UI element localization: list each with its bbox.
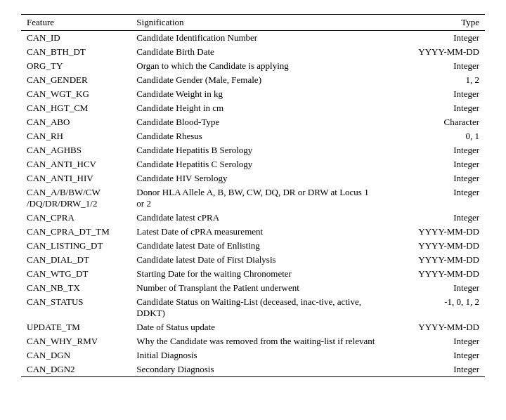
- cell-feature: CAN_WHY_RMV: [21, 334, 131, 348]
- cell-feature: CAN_RH: [21, 129, 131, 143]
- table-row: CAN_NB_TXNumber of Transplant the Patien…: [21, 281, 485, 295]
- cell-signification: Candidate Gender (Male, Female): [131, 73, 382, 87]
- table-row: CAN_GENDERCandidate Gender (Male, Female…: [21, 73, 485, 87]
- header-signification: Signification: [131, 15, 382, 31]
- table-row: CAN_LISTING_DTCandidate latest Date of E…: [21, 239, 485, 253]
- cell-feature: CAN_BTH_DT: [21, 45, 131, 59]
- cell-feature: CAN_NB_TX: [21, 281, 131, 295]
- cell-type: Integer: [382, 171, 485, 185]
- cell-feature: CAN_ABO: [21, 115, 131, 129]
- cell-signification: Initial Diagnosis: [131, 348, 382, 362]
- cell-signification: Date of Status update: [131, 320, 382, 334]
- cell-feature: CAN_ANTI_HCV: [21, 157, 131, 171]
- cell-signification: Candidate Identification Number: [131, 31, 382, 46]
- cell-type: YYYY-MM-DD: [382, 225, 485, 239]
- table-row: CAN_A/B/BW/CW /DQ/DR/DRW_1/2Donor HLA Al…: [21, 185, 485, 211]
- cell-type: Integer: [382, 362, 485, 377]
- cell-type: 0, 1: [382, 129, 485, 143]
- table-row: CAN_DGNInitial DiagnosisInteger: [21, 348, 485, 362]
- cell-feature: CAN_GENDER: [21, 73, 131, 87]
- cell-feature: CAN_DIAL_DT: [21, 253, 131, 267]
- cell-feature: CAN_LISTING_DT: [21, 239, 131, 253]
- cell-signification: Candidate Birth Date: [131, 45, 382, 59]
- table-row: CAN_WHY_RMVWhy the Candidate was removed…: [21, 334, 485, 348]
- cell-signification: Donor HLA Allele A, B, BW, CW, DQ, DR or…: [131, 185, 382, 211]
- table-row: CAN_IDCandidate Identification NumberInt…: [21, 31, 485, 46]
- cell-feature: CAN_AGHBS: [21, 143, 131, 157]
- cell-type: Integer: [382, 185, 485, 211]
- table-row: CAN_DGN2Secondary DiagnosisInteger: [21, 362, 485, 377]
- cell-type: Integer: [382, 101, 485, 115]
- cell-signification: Latest Date of cPRA measurement: [131, 225, 382, 239]
- cell-type: Integer: [382, 143, 485, 157]
- cell-type: Character: [382, 115, 485, 129]
- cell-type: YYYY-MM-DD: [382, 239, 485, 253]
- cell-type: YYYY-MM-DD: [382, 45, 485, 59]
- cell-type: Integer: [382, 87, 485, 101]
- table-row: CAN_RHCandidate Rhesus0, 1: [21, 129, 485, 143]
- cell-feature: CAN_DGN: [21, 348, 131, 362]
- table-row: CAN_ABOCandidate Blood-TypeCharacter: [21, 115, 485, 129]
- cell-signification: Organ to which the Candidate is applying: [131, 59, 382, 73]
- cell-feature: CAN_ANTI_HIV: [21, 171, 131, 185]
- cell-feature: UPDATE_TM: [21, 320, 131, 334]
- cell-type: 1, 2: [382, 73, 485, 87]
- cell-signification: Secondary Diagnosis: [131, 362, 382, 377]
- table-row: CAN_CPRA_DT_TMLatest Date of cPRA measur…: [21, 225, 485, 239]
- cell-signification: Candidate latest Date of Enlisting: [131, 239, 382, 253]
- cell-signification: Candidate Blood-Type: [131, 115, 382, 129]
- cell-feature: CAN_A/B/BW/CW /DQ/DR/DRW_1/2: [21, 185, 131, 211]
- cell-type: Integer: [382, 211, 485, 225]
- cell-type: -1, 0, 1, 2: [382, 295, 485, 320]
- table-row: CAN_STATUSCandidate Status on Waiting-Li…: [21, 295, 485, 320]
- cell-signification: Starting Date for the waiting Chronomete…: [131, 267, 382, 281]
- cell-type: YYYY-MM-DD: [382, 267, 485, 281]
- table-row: CAN_BTH_DTCandidate Birth DateYYYY-MM-DD: [21, 45, 485, 59]
- header-feature: Feature: [21, 15, 131, 31]
- header-type: Type: [382, 15, 485, 31]
- cell-signification: Candidate Weight in kg: [131, 87, 382, 101]
- table-row: CAN_HGT_CMCandidate Height in cmInteger: [21, 101, 485, 115]
- cell-feature: CAN_ID: [21, 31, 131, 46]
- table-row: CAN_ANTI_HIVCandidate HIV SerologyIntege…: [21, 171, 485, 185]
- cell-signification: Candidate Hepatitis B Serology: [131, 143, 382, 157]
- cell-type: YYYY-MM-DD: [382, 253, 485, 267]
- cell-type: Integer: [382, 59, 485, 73]
- cell-signification: Candidate Rhesus: [131, 129, 382, 143]
- cell-signification: Candidate latest cPRA: [131, 211, 382, 225]
- cell-signification: Candidate latest Date of First Dialysis: [131, 253, 382, 267]
- table-row: UPDATE_TMDate of Status updateYYYY-MM-DD: [21, 320, 485, 334]
- cell-feature: CAN_STATUS: [21, 295, 131, 320]
- table-row: CAN_CPRACandidate latest cPRAInteger: [21, 211, 485, 225]
- table-row: CAN_ANTI_HCVCandidate Hepatitis C Serolo…: [21, 157, 485, 171]
- cell-type: Integer: [382, 157, 485, 171]
- cell-feature: CAN_DGN2: [21, 362, 131, 377]
- table-row: ORG_TYOrgan to which the Candidate is ap…: [21, 59, 485, 73]
- cell-feature: CAN_CPRA: [21, 211, 131, 225]
- features-table: Feature Signification Type CAN_IDCandida…: [21, 14, 485, 377]
- cell-feature: CAN_HGT_CM: [21, 101, 131, 115]
- cell-signification: Why the Candidate was removed from the w…: [131, 334, 382, 348]
- cell-signification: Candidate Height in cm: [131, 101, 382, 115]
- cell-signification: Candidate Hepatitis C Serology: [131, 157, 382, 171]
- table-row: CAN_AGHBSCandidate Hepatitis B SerologyI…: [21, 143, 485, 157]
- table-row: CAN_DIAL_DTCandidate latest Date of Firs…: [21, 253, 485, 267]
- cell-type: Integer: [382, 281, 485, 295]
- table-row: CAN_WGT_KGCandidate Weight in kgInteger: [21, 87, 485, 101]
- cell-type: Integer: [382, 31, 485, 46]
- cell-feature: CAN_WGT_KG: [21, 87, 131, 101]
- cell-type: YYYY-MM-DD: [382, 320, 485, 334]
- table-row: CAN_WTG_DTStarting Date for the waiting …: [21, 267, 485, 281]
- cell-signification: Candidate HIV Serology: [131, 171, 382, 185]
- cell-feature: CAN_CPRA_DT_TM: [21, 225, 131, 239]
- cell-feature: ORG_TY: [21, 59, 131, 73]
- cell-feature: CAN_WTG_DT: [21, 267, 131, 281]
- cell-signification: Candidate Status on Waiting-List (deceas…: [131, 295, 382, 320]
- cell-signification: Number of Transplant the Patient underwe…: [131, 281, 382, 295]
- cell-type: Integer: [382, 348, 485, 362]
- cell-type: Integer: [382, 334, 485, 348]
